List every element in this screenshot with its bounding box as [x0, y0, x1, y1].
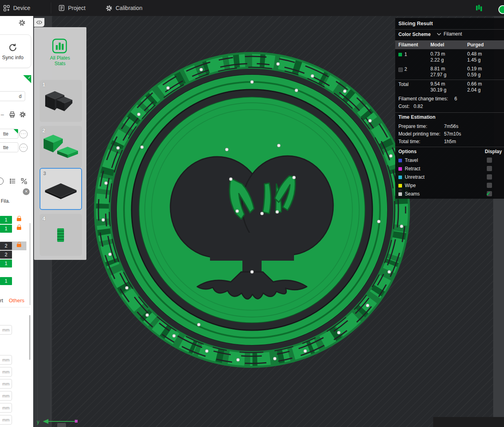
menu-project-label: Project — [68, 5, 86, 11]
prepare-time-label: Prepare time: — [398, 124, 427, 129]
panel-title: Slicing Result — [398, 20, 433, 26]
plate-thumbnail-4[interactable]: 4 — [40, 214, 82, 256]
lock-icon[interactable] — [17, 227, 21, 230]
divider — [395, 29, 504, 30]
tab-partial[interactable]: rt — [0, 297, 3, 303]
model-printing-time-value: 57m10s — [444, 131, 461, 137]
menu-calibration-label: Calibration — [116, 5, 142, 11]
minus-icon[interactable]: – — [1, 111, 4, 118]
filament-row-cell[interactable]: 2 — [0, 242, 12, 250]
color-scheme-dropdown[interactable]: Filament — [437, 31, 462, 37]
filament-1-purged: 0.48 m1.45 g — [467, 51, 482, 63]
all-plates-stats-label: All Plates Stats — [44, 55, 76, 66]
seams-check-icon: ✓ — [486, 191, 491, 196]
filament-1-swatch — [398, 53, 402, 56]
color-scheme-value: Filament — [444, 31, 462, 37]
slicing-result-panel: Slicing Result Color Scheme Filament Fil… — [395, 18, 504, 199]
mm-input[interactable]: mm — [0, 355, 12, 365]
filament-2-more-button[interactable]: ··· — [19, 144, 28, 152]
change-times-label: Filament change times: — [398, 96, 448, 102]
plate-thumbnail-3[interactable]: 3 — [40, 168, 82, 210]
menu-calibration[interactable]: Calibration — [106, 0, 142, 16]
filament-2-model: 8.81 m27.97 g — [430, 66, 446, 78]
printer-icon[interactable] — [9, 111, 16, 118]
sync-info-button[interactable]: Sync info — [0, 34, 31, 68]
retract-swatch — [398, 167, 402, 171]
selected-mini-flag-icon — [14, 129, 18, 134]
gear-icon — [106, 5, 112, 12]
lock-icon[interactable] — [17, 244, 21, 247]
user-avatar[interactable] — [498, 5, 504, 14]
col-purged: Purged — [467, 42, 484, 48]
travel-label: Travel — [405, 158, 418, 163]
wipe-label: Wipe — [405, 183, 416, 188]
unretract-checkbox[interactable] — [487, 174, 492, 180]
menu-project[interactable]: Project — [58, 0, 86, 16]
mm-input[interactable]: mm — [0, 391, 12, 401]
filament-2-swatch — [398, 68, 403, 72]
unretract-label: Unretract — [405, 174, 424, 180]
plate-shadow — [433, 417, 504, 427]
filament-row-cell[interactable]: 1 — [0, 277, 12, 285]
tab-others[interactable]: Others — [9, 297, 24, 303]
mm-input[interactable]: mm — [0, 403, 12, 413]
total-purged: 0.66 m2.04 g — [467, 81, 482, 93]
grid-line — [37, 260, 38, 427]
change-times-value: 6 — [454, 96, 457, 102]
compare-plates-icon[interactable] — [475, 4, 482, 12]
total-model: 9.54 m30.19 g — [430, 81, 446, 93]
slicer-app: y Device — [0, 0, 504, 427]
left-sidebar: Sync info ✓ d – tte ··· tte — [0, 16, 33, 427]
filament-row-cell[interactable]: 1 — [0, 259, 12, 267]
flushing-volumes-icon[interactable] — [21, 178, 27, 184]
plate-thumbnail-2[interactable]: 2 — [40, 126, 82, 168]
plate-thumbnail-1[interactable]: 1 — [40, 80, 82, 122]
menu-device[interactable]: Device — [3, 0, 30, 16]
mm-input[interactable]: mm — [0, 415, 12, 425]
filament-row-cell[interactable]: 1 — [0, 216, 12, 224]
mm-input[interactable]: mm — [0, 379, 12, 389]
plate-list-panel: All Plates Stats 1 2 — [34, 27, 86, 260]
list-icon[interactable] — [10, 178, 16, 184]
travel-swatch — [398, 159, 402, 162]
menu-divider — [51, 2, 51, 14]
total-time-label: Total time: — [398, 139, 420, 144]
filament-settings-gear-icon[interactable] — [19, 111, 26, 118]
seams-label: Seams — [405, 191, 420, 197]
filament-row-cell[interactable]: 2 — [0, 251, 12, 259]
mm-input[interactable]: mm — [0, 325, 12, 335]
filament-row-cell[interactable]: 1 — [0, 225, 12, 233]
retract-checkbox[interactable] — [487, 166, 492, 171]
travel-checkbox[interactable] — [487, 158, 492, 163]
lock-icon[interactable] — [17, 218, 21, 221]
filament-1-more-button[interactable]: ··· — [19, 130, 28, 138]
selected-flag-icon: ✓ — [23, 75, 31, 83]
sync-info-label: Sync info — [2, 54, 23, 60]
divider — [395, 80, 504, 80]
all-plates-stats-button[interactable] — [52, 38, 67, 54]
axis-y-label: y — [37, 419, 40, 425]
divider — [0, 307, 30, 307]
scrollbar[interactable] — [29, 315, 30, 360]
wipe-checkbox[interactable] — [487, 183, 492, 188]
filament-preset-1[interactable]: tte — [0, 129, 18, 139]
filament-2-purged: 0.19 m0.59 g — [467, 66, 482, 78]
display-title: Display — [485, 149, 502, 154]
wipe-swatch — [398, 184, 402, 188]
mm-input[interactable]: mm — [0, 367, 12, 377]
device-icon — [3, 5, 10, 12]
filament-2-id: 2 — [404, 66, 407, 72]
printer-settings-gear-icon[interactable] — [18, 19, 26, 26]
filament-preset-2[interactable]: tte — [0, 142, 18, 152]
filament-1-id: 1 — [404, 52, 407, 57]
plate-2-preview — [40, 126, 82, 168]
printer-dropdown[interactable]: d — [0, 91, 25, 101]
plate-4-preview — [40, 214, 82, 256]
close-icon[interactable]: × — [23, 188, 30, 195]
sync-refresh-icon — [8, 42, 18, 53]
seams-swatch — [398, 192, 402, 196]
model-printing-time-label: Model printing time: — [398, 131, 440, 137]
filament-preset-2-value: tte — [3, 145, 8, 150]
process-circle-icon[interactable] — [0, 178, 4, 185]
collapse-panel-button[interactable] — [34, 18, 44, 27]
